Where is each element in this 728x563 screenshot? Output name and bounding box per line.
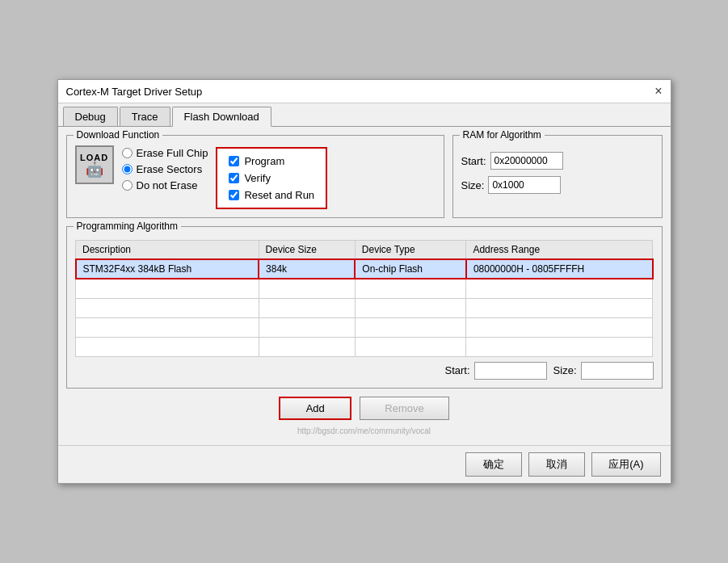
window-title: Cortex-M Target Driver Setup [66,86,203,98]
col-device-type: Device Type [355,241,466,260]
cell-description: STM32F4xx 384kB Flash [76,259,259,279]
algo-start-input[interactable] [474,362,547,380]
algo-start-label: Start: [445,364,470,376]
col-device-size: Device Size [259,241,355,260]
algo-size-field: Size: [553,362,654,380]
verify-label: Verify [244,172,271,184]
do-not-erase-label: Do not Erase [137,179,198,191]
ram-size-label: Size: [461,179,485,191]
reset-run-label: Reset and Run [244,189,314,201]
ram-start-label: Start: [461,155,486,167]
algorithm-table: Description Device Size Device Type Addr… [75,240,654,357]
table-empty-row-1 [76,279,653,298]
reset-run-checkbox[interactable]: Reset and Run [229,189,314,201]
algo-start-field: Start: [445,362,547,380]
table-row[interactable]: STM32F4xx 384kB Flash 384k On-chip Flash… [76,259,653,279]
erase-sectors-label: Erase Sectors [137,163,203,175]
table-empty-row-3 [76,317,653,337]
ram-start-field: Start: [461,152,563,170]
ram-size-field: Size: [461,176,562,194]
close-button[interactable]: × [654,85,662,98]
tab-bar: Debug Trace Flash Download [58,103,671,127]
bottom-bar: 确定 取消 应用(A) [58,445,671,483]
algo-footer: Start: Size: [75,362,654,380]
verify-checkbox[interactable]: Verify [229,172,314,184]
ram-size-input[interactable] [488,176,561,194]
erase-sectors-radio[interactable]: Erase Sectors [122,163,208,175]
download-function-title: Download Function [74,129,163,141]
do-not-erase-radio[interactable]: Do not Erase [122,179,208,191]
add-remove-buttons: Add Remove [66,397,663,420]
table-empty-row-2 [76,298,653,317]
load-icon: LOAD 🤖 [75,145,114,184]
ram-inner: Start: Size: [461,152,654,194]
title-bar: Cortex-M Target Driver Setup × [58,80,671,103]
table-empty-row-4 [76,337,653,356]
cell-address-range: 08000000H - 0805FFFFH [466,259,653,279]
tab-debug[interactable]: Debug [63,107,118,126]
programming-algorithm-group: Programming Algorithm Description Device… [66,226,663,389]
watermark: http://bgsdr.com/me/community/vocal [66,425,663,437]
erase-full-chip-label: Erase Full Chip [137,147,208,159]
programming-algorithm-title: Programming Algorithm [74,221,181,232]
content-area: Download Function LOAD 🤖 Erase Full Chip [58,127,671,445]
cell-device-size: 384k [259,259,355,279]
add-button[interactable]: Add [279,397,351,420]
ram-algorithm-group: RAM for Algorithm Start: Size: [452,135,663,218]
ok-button[interactable]: 确定 [465,452,522,477]
program-checkbox[interactable]: Program [229,155,314,167]
download-function-group: Download Function LOAD 🤖 Erase Full Chip [66,135,444,218]
col-description: Description [76,241,259,260]
options-checkbox-group: Program Verify Reset and Run [216,147,327,209]
erase-radio-group: Erase Full Chip Erase Sectors Do not Era… [122,147,208,209]
tab-trace[interactable]: Trace [120,107,170,126]
col-address-range: Address Range [466,241,653,260]
ram-algorithm-title: RAM for Algorithm [460,129,545,141]
main-window: Cortex-M Target Driver Setup × Debug Tra… [57,79,671,484]
program-label: Program [244,155,284,167]
top-row: Download Function LOAD 🤖 Erase Full Chip [66,135,663,226]
cancel-button[interactable]: 取消 [528,452,585,477]
remove-button[interactable]: Remove [360,397,448,420]
apply-button[interactable]: 应用(A) [591,452,660,477]
algo-size-label: Size: [553,364,577,376]
download-function-inner: LOAD 🤖 Erase Full Chip Erase Sectors [75,145,436,209]
algo-size-input[interactable] [581,362,654,380]
tab-flash-download[interactable]: Flash Download [172,107,271,127]
load-robot-icon: 🤖 [86,162,103,177]
erase-full-chip-radio[interactable]: Erase Full Chip [122,147,208,159]
cell-device-type: On-chip Flash [355,259,466,279]
ram-start-input[interactable] [490,152,563,170]
table-header-row: Description Device Size Device Type Addr… [76,241,653,260]
